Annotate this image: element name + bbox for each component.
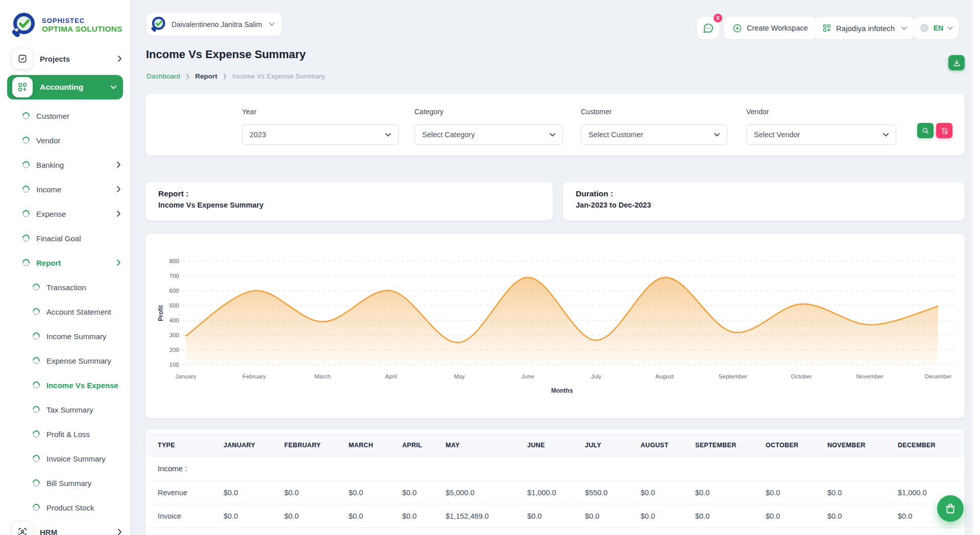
sidebar-item-label: Income bbox=[36, 185, 61, 194]
year-select[interactable]: 2023 bbox=[242, 124, 399, 145]
download-button[interactable] bbox=[948, 55, 965, 70]
sidebar-item-report[interactable]: Report bbox=[0, 250, 130, 275]
sidebar-item-invoice-summary[interactable]: Invoice Summary bbox=[0, 446, 130, 471]
breadcrumb-separator: ❯ bbox=[223, 73, 227, 80]
page-scrollbar[interactable] bbox=[973, 0, 980, 535]
sidebar-item-income-summary[interactable]: Income Summary bbox=[0, 324, 130, 348]
sidebar-item-label: Customer bbox=[36, 112, 69, 120]
bullet-icon bbox=[31, 429, 41, 439]
column-header: DECEMBER bbox=[898, 434, 965, 456]
svg-text:300: 300 bbox=[169, 332, 179, 338]
category-label: Category bbox=[414, 108, 563, 116]
svg-text:200: 200 bbox=[169, 347, 179, 353]
sidebar-item-label: Profit & Loss bbox=[46, 430, 90, 439]
sidebar-item-label: Tax Summary bbox=[46, 405, 93, 414]
sidebar-item-expense-summary[interactable]: Expense Summary bbox=[0, 348, 130, 373]
sidebar-item-income[interactable]: Income bbox=[0, 177, 130, 201]
create-workspace-button[interactable]: Create Workspace bbox=[724, 17, 817, 39]
bullet-icon bbox=[31, 380, 41, 390]
month-value-cell: $0.0 bbox=[349, 481, 402, 504]
sidebar-item-tax-summary[interactable]: Tax Summary bbox=[0, 397, 130, 422]
svg-text:October: October bbox=[791, 373, 812, 379]
floating-cart-button[interactable] bbox=[937, 495, 964, 522]
sidebar-item-bill-summary[interactable]: Bill Summary bbox=[0, 471, 130, 495]
table-row: Expense : bbox=[145, 528, 965, 535]
sidebar-item-hrm[interactable]: HRM bbox=[0, 520, 130, 535]
sidebar-item-projects[interactable]: Projects bbox=[0, 46, 130, 71]
column-header: AUGUST bbox=[641, 434, 695, 456]
sidebar-item-transaction[interactable]: Transaction bbox=[0, 275, 130, 299]
breadcrumb: Dashboard ❯ Report ❯ Income Vs Expense S… bbox=[146, 72, 325, 80]
vendor-select[interactable]: Select Vendor bbox=[746, 124, 896, 145]
column-header: TYPE bbox=[145, 434, 224, 456]
bullet-icon bbox=[31, 307, 41, 316]
sidebar-item-product-stock[interactable]: Product Stock bbox=[0, 495, 130, 520]
column-header: JUNE bbox=[527, 434, 585, 456]
filter-vendor: Vendor Select Vendor bbox=[746, 108, 896, 145]
sidebar-item-label: Finacial Goal bbox=[36, 234, 81, 243]
sidebar-item-customer[interactable]: Customer bbox=[0, 104, 130, 128]
month-value-cell: $0.0 bbox=[402, 481, 446, 504]
user-menu[interactable]: Daivalentineno Janitra Salim bbox=[146, 13, 282, 36]
sidebar-menu: ProjectsAccountingCustomerVendorBankingI… bbox=[0, 46, 130, 535]
bullet-icon bbox=[21, 160, 31, 169]
svg-text:July: July bbox=[591, 373, 602, 379]
svg-text:August: August bbox=[655, 373, 674, 379]
customer-value: Select Customer bbox=[589, 131, 643, 139]
reset-filter-button[interactable] bbox=[936, 123, 952, 138]
row-type-label: Revenue bbox=[145, 481, 224, 504]
customer-select[interactable]: Select Customer bbox=[581, 124, 727, 145]
bullet-icon bbox=[31, 282, 41, 292]
workspace-switcher[interactable]: Rajodiya infotech bbox=[814, 17, 915, 39]
month-value-cell: $0.0 bbox=[585, 504, 641, 528]
sidebar-item-label: Income Vs Expense bbox=[46, 381, 118, 390]
month-value-cell: $1,000.0 bbox=[527, 481, 585, 504]
svg-text:500: 500 bbox=[169, 302, 179, 309]
sidebar-item-expense[interactable]: Expense bbox=[0, 201, 130, 226]
messages-button[interactable]: 0 bbox=[697, 17, 719, 39]
apply-filter-button[interactable] bbox=[917, 123, 934, 138]
shopping-bag-icon bbox=[944, 502, 957, 515]
breadcrumb-dashboard[interactable]: Dashboard bbox=[146, 72, 180, 80]
sidebar-item-label: Product Stock bbox=[46, 503, 94, 512]
svg-text:June: June bbox=[522, 373, 534, 379]
sidebar-item-accounting[interactable]: Accounting bbox=[7, 75, 123, 99]
chevron-right-icon bbox=[116, 259, 121, 266]
search-icon bbox=[922, 127, 929, 135]
section-label: Expense : bbox=[145, 528, 965, 535]
column-header: APRIL bbox=[402, 434, 446, 456]
create-workspace-label: Create Workspace bbox=[747, 24, 808, 32]
sidebar-item-profit-loss[interactable]: Profit & Loss bbox=[0, 422, 130, 446]
report-card-value: Income Vs Expense Summary bbox=[158, 201, 263, 209]
chevron-right-icon bbox=[117, 528, 122, 535]
profit-area-chart: 100200300400500600700800JanuaryFebruaryM… bbox=[145, 234, 965, 418]
sidebar-item-finacial-goal[interactable]: Finacial Goal bbox=[0, 226, 130, 250]
sidebar-item-account-statement[interactable]: Account Statement bbox=[0, 299, 130, 324]
language-selector[interactable]: EN bbox=[914, 17, 959, 39]
brand-logo[interactable]: SOPHISTEC OPTIMA SOLUTIONS bbox=[0, 0, 130, 42]
category-select[interactable]: Select Category bbox=[414, 124, 563, 145]
svg-text:800: 800 bbox=[169, 258, 179, 264]
svg-text:600: 600 bbox=[169, 288, 179, 294]
month-value-cell: $550.0 bbox=[585, 481, 641, 504]
profit-chart-card: 100200300400500600700800JanuaryFebruaryM… bbox=[145, 234, 965, 418]
chevron-right-icon bbox=[116, 186, 121, 193]
sidebar-item-vendor[interactable]: Vendor bbox=[0, 128, 130, 152]
bullet-icon bbox=[21, 111, 31, 120]
brand-line1: SOPHISTEC bbox=[42, 17, 122, 24]
bullet-icon bbox=[21, 233, 31, 243]
sidebar-item-label: Expense Summary bbox=[46, 356, 111, 365]
month-value-cell: $1,152,469.0 bbox=[446, 504, 527, 528]
sidebar-item-label: Invoice Summary bbox=[46, 454, 106, 463]
breadcrumb-report[interactable]: Report bbox=[195, 72, 217, 80]
svg-text:May: May bbox=[454, 373, 465, 379]
month-value-cell: $0.0 bbox=[224, 481, 284, 504]
language-code: EN bbox=[934, 24, 943, 32]
sidebar-item-income-vs-expense[interactable]: Income Vs Expense bbox=[0, 373, 130, 397]
sidebar-item-banking[interactable]: Banking bbox=[0, 152, 130, 177]
report-summary-card: Report : Income Vs Expense Summary bbox=[145, 182, 553, 220]
bullet-icon bbox=[21, 184, 31, 194]
bullet-icon bbox=[31, 453, 41, 463]
messages-badge: 0 bbox=[714, 14, 722, 22]
column-header: MARCH bbox=[349, 434, 402, 456]
